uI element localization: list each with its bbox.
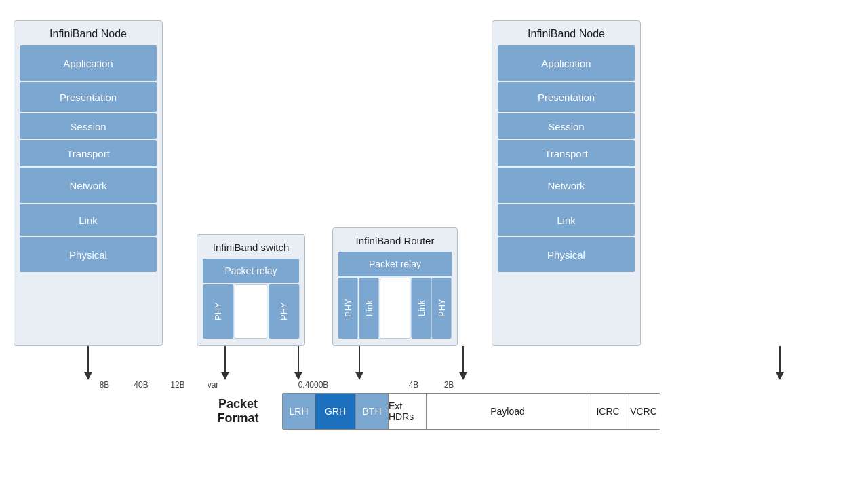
svg-marker-1 [84,372,92,380]
diagram-container: InfiniBand Node Application Presentation… [0,0,868,488]
size-payload: 0.4000B [232,380,395,390]
size-labels-inner: 8B 40B 12B var 0.4000B 4B 2B [88,380,465,390]
right-transport-layer: Transport [498,140,635,166]
switch-phy-gap [235,284,267,339]
right-physical-layer: Physical [498,237,635,272]
router-phy-left: PHY [338,278,358,339]
router-middle [380,278,410,339]
ib-switch: InfiniBand switch Packet relay PHY PHY [197,234,305,346]
pkt-bth: BTH [356,394,389,429]
size-labels: 8B 40B 12B var 0.4000B 4B 2B [14,380,854,390]
packet-fields: LRH GRH BTH Ext HDRs Payload ICRC VCRC [282,393,660,430]
switch-title: InfiniBand switch [203,242,299,253]
size-bth: 12B [161,380,194,390]
right-session-layer: Session [498,113,635,139]
right-application-layer: Application [498,45,635,81]
router-phy-link-row: PHY Link Link PHY [338,278,452,339]
left-link-layer: Link [20,204,157,236]
size-grh: 40B [121,380,161,390]
boxes-row: InfiniBand Node Application Presentation… [14,20,854,346]
right-layer-stack: Application Presentation Session Transpo… [498,45,635,339]
left-layer-stack: Application Presentation Session Transpo… [20,45,157,339]
svg-marker-9 [459,372,467,380]
size-icrc: 4B [395,380,433,390]
pkt-payload: Payload [427,394,589,429]
size-ext: var [194,380,232,390]
svg-marker-11 [776,372,784,380]
right-link-layer: Link [498,204,635,236]
router-packet-relay: Packet relay [338,252,452,276]
right-ib-node: InfiniBand Node Application Presentation… [492,20,641,346]
switch-inner: Packet relay PHY PHY [203,259,299,339]
packet-format-row: PacketFormat LRH GRH BTH Ext HDRs Payloa… [14,393,854,430]
left-physical-layer: Physical [20,237,157,272]
left-node-title: InfiniBand Node [20,28,157,40]
switch-phy-row: PHY PHY [203,284,299,339]
switch-phy-left: PHY [203,284,233,339]
size-lrh: 8B [88,380,121,390]
router-link-left: Link [359,278,379,339]
arrows-svg [14,346,854,380]
right-presentation-layer: Presentation [498,82,635,112]
switch-phy-right: PHY [269,284,299,339]
left-presentation-layer: Presentation [20,82,157,112]
pkt-grh: GRH [315,394,356,429]
router-link-right: Link [412,278,431,339]
left-transport-layer: Transport [20,140,157,166]
svg-marker-3 [221,372,229,380]
router-title: InfiniBand Router [338,235,452,246]
right-node-title: InfiniBand Node [498,28,635,40]
main-layout: InfiniBand Node Application Presentation… [14,20,854,430]
arrow-container [14,346,854,380]
router-inner: Packet relay PHY Link Link PHY [338,252,452,339]
right-network-layer: Network [498,168,635,203]
pkt-ext: Ext HDRs [389,394,427,429]
router-phy-right: PHY [432,278,452,339]
svg-marker-7 [355,372,363,380]
packet-format-label: PacketFormat [208,397,269,426]
size-vcrc: 2B [433,380,465,390]
pkt-lrh: LRH [283,394,315,429]
left-application-layer: Application [20,45,157,81]
switch-packet-relay: Packet relay [203,259,299,283]
svg-marker-5 [294,372,302,380]
ib-router: InfiniBand Router Packet relay PHY Link … [332,227,458,346]
left-network-layer: Network [20,168,157,203]
pkt-icrc: ICRC [589,394,627,429]
left-session-layer: Session [20,113,157,139]
pkt-vcrc: VCRC [627,394,660,429]
left-ib-node: InfiniBand Node Application Presentation… [14,20,163,346]
